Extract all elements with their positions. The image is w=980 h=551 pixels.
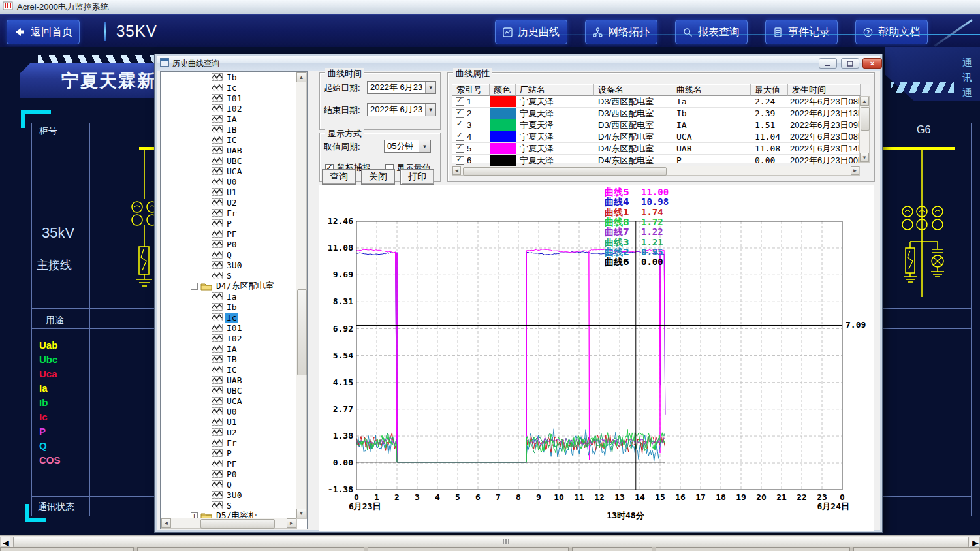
tree-item[interactable]: Ic [161, 312, 296, 323]
tree-item[interactable]: P0 [161, 239, 296, 249]
table-column-header[interactable]: 发生时间 [788, 84, 861, 96]
tree-item[interactable]: UAB [161, 375, 296, 385]
start-date-combo[interactable]: 2022年 6月23 ▼ [367, 81, 436, 94]
scroll-left-icon[interactable]: ◄ [161, 518, 171, 528]
taskbar-item[interactable] [572, 547, 652, 551]
tree-vertical-scrollbar[interactable]: ▲ ▼ [296, 72, 307, 519]
tree-item[interactable]: I01 [161, 93, 296, 103]
tree-item[interactable]: S [161, 270, 296, 281]
tree-item[interactable]: I01 [161, 323, 296, 333]
nav-event-log-button[interactable]: 事件记录 [765, 20, 838, 44]
taskbar-item[interactable] [368, 547, 569, 551]
table-horizontal-scrollbar[interactable]: ◄ ► [452, 166, 860, 176]
chevron-down-icon[interactable]: ▼ [425, 82, 435, 93]
tree-item[interactable]: I02 [161, 333, 296, 343]
table-column-header[interactable]: 厂站名 [516, 84, 594, 96]
collapse-icon[interactable]: - [191, 283, 198, 290]
maximize-button[interactable] [841, 58, 859, 69]
dialog-titlebar[interactable]: 历史曲线查询 [157, 56, 880, 71]
table-column-header[interactable]: 设备名 [594, 84, 672, 96]
chevron-down-icon[interactable]: ▼ [425, 104, 435, 116]
tree-item[interactable]: UAB [161, 145, 296, 155]
curve-row[interactable]: 3 宁夏天泽 D3/西区配电室 IA 1.51 2022年6月23日09时 [452, 119, 870, 131]
table-column-header[interactable]: 颜色 [490, 84, 516, 96]
curve-row[interactable]: 1 宁夏天泽 D3/西区配电室 Ia 2.24 2022年6月23日08时 [452, 96, 870, 108]
taskbar-item[interactable] [0, 547, 134, 551]
print-button[interactable]: 打印 [400, 169, 434, 185]
tree-item[interactable]: IB [161, 124, 296, 134]
curve-row[interactable]: 2 宁夏天泽 D3/西区配电室 Ib 2.39 2022年6月23日13时 [452, 108, 870, 119]
query-button[interactable]: 查询 [322, 169, 356, 185]
tree-item[interactable]: Ib [161, 72, 296, 82]
tree-item[interactable]: U0 [161, 406, 296, 417]
tree-item[interactable]: Ib [161, 302, 296, 312]
tree-item[interactable]: Fr [161, 437, 296, 448]
curve-visible-checkbox[interactable] [456, 133, 464, 141]
minimize-button[interactable] [819, 58, 837, 69]
scroll-right-icon[interactable]: ► [287, 518, 296, 528]
nav-help-doc-button[interactable]: ? 帮助文档 [855, 20, 928, 44]
tree-item[interactable]: IB [161, 354, 296, 364]
tree-item[interactable]: U2 [161, 427, 296, 437]
tree-item[interactable]: Fr [161, 208, 296, 218]
scroll-up-icon[interactable]: ▲ [296, 72, 306, 82]
close-button[interactable]: × [862, 58, 882, 69]
tree-item[interactable]: Q [161, 249, 296, 260]
tree-item[interactable]: U1 [161, 187, 296, 197]
tree-item[interactable]: Ia [161, 291, 296, 302]
scroll-right-icon[interactable]: ► [970, 537, 980, 547]
curve-row[interactable]: 6 宁夏天泽 D4/东区配电室 P 0.00 2022年6月23日00时 [452, 155, 870, 166]
curve-row[interactable]: 4 宁夏天泽 D4/东区配电室 UCA 11.04 2022年6月23日08时 [452, 131, 870, 143]
tree-item[interactable]: P [161, 218, 296, 228]
tree-item[interactable]: Q [161, 479, 296, 490]
curve-visible-checkbox[interactable] [456, 97, 464, 106]
tree-item[interactable]: P0 [161, 469, 296, 479]
home-button[interactable]: 返回首页 [7, 20, 80, 44]
tree-item[interactable]: UBC [161, 385, 296, 396]
tree-item[interactable]: UCA [161, 166, 296, 176]
tree-item[interactable]: 3U0 [161, 260, 296, 270]
tree-item[interactable]: IC [161, 364, 296, 375]
end-date-combo[interactable]: 2022年 6月23 ▼ [367, 103, 436, 116]
table-column-header[interactable]: 最大值 [751, 84, 788, 96]
tree-item[interactable]: U0 [161, 176, 296, 187]
chevron-down-icon[interactable]: ▼ [419, 140, 430, 152]
scroll-down-icon[interactable]: ▼ [296, 509, 306, 518]
tree-item[interactable]: UBC [161, 155, 296, 166]
scroll-up-icon[interactable]: ▲ [860, 97, 869, 106]
curve-visible-checkbox[interactable] [456, 109, 464, 118]
tree-item[interactable]: 3U0 [161, 490, 296, 500]
tree-item[interactable]: U1 [161, 417, 296, 427]
tree-item[interactable]: IC [161, 134, 296, 145]
scroll-left-icon[interactable]: ◄ [452, 166, 461, 175]
close-dialog-button[interactable]: 关闭 [361, 169, 395, 185]
tree-horizontal-scrollbar[interactable]: ◄ ► [161, 518, 297, 529]
tree-item[interactable]: Ic [161, 82, 296, 93]
table-column-header[interactable]: 索引号 [452, 84, 490, 96]
scroll-left-icon[interactable]: ◄ [0, 537, 10, 547]
tree-item[interactable]: I02 [161, 103, 296, 114]
table-column-header[interactable]: 曲线名 [672, 84, 751, 96]
tree-folder[interactable]: -D4/东区配电室 [161, 281, 296, 291]
tree-item[interactable]: S [161, 500, 296, 511]
tree-item[interactable]: IA [161, 114, 296, 124]
tree-item[interactable]: P [161, 448, 296, 458]
curve-visible-checkbox[interactable] [456, 121, 464, 129]
scroll-right-icon[interactable]: ► [851, 166, 859, 175]
curve-row[interactable]: 5 宁夏天泽 D4/东区配电室 UAB 11.08 2022年6月23日14时 [452, 143, 870, 155]
tree-item[interactable]: UCA [161, 396, 296, 406]
nav-network-topology-button[interactable]: 网络拓扑 [585, 20, 657, 44]
nav-report-search-button[interactable]: 报表查询 [675, 20, 748, 44]
tree-item[interactable]: U2 [161, 197, 296, 208]
curve-visible-checkbox[interactable] [456, 144, 464, 153]
table-vertical-scrollbar[interactable]: ▲ ▼ [859, 96, 870, 163]
taskbar-item[interactable] [656, 547, 850, 551]
curve-visible-checkbox[interactable] [456, 156, 464, 165]
screen-horizontal-scrollbar[interactable]: ◄ ► [0, 535, 980, 548]
taskbar-item[interactable] [137, 547, 364, 551]
tree-item[interactable]: PF [161, 228, 296, 239]
nav-history-curve-button[interactable]: 历史曲线 [495, 20, 567, 44]
scroll-down-icon[interactable]: ▼ [860, 153, 869, 162]
tree-item[interactable]: PF [161, 458, 296, 469]
period-combo[interactable]: 05分钟 ▼ [384, 140, 431, 153]
